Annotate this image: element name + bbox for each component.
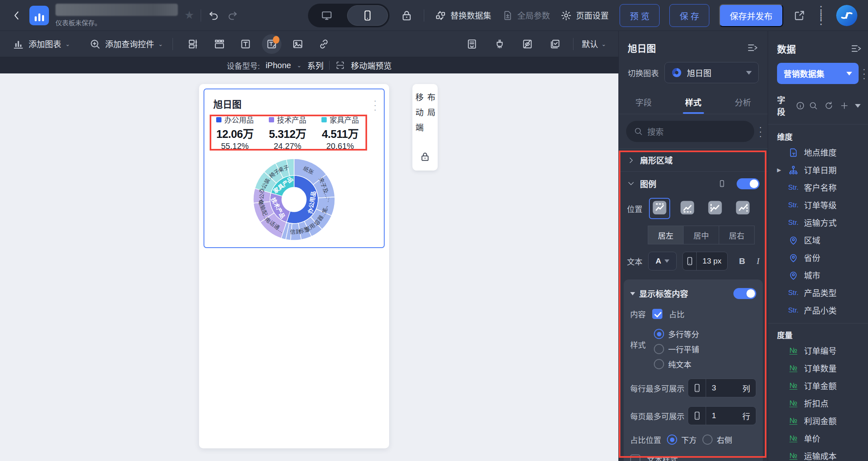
- measure-field-item[interactable]: №单价: [768, 430, 868, 447]
- card-style-button[interactable]: [462, 34, 482, 54]
- chevron-down-icon[interactable]: ⌄: [297, 62, 301, 69]
- measure-field-item[interactable]: №订单数量: [768, 359, 868, 377]
- percent-pos-below[interactable]: 下方: [667, 434, 697, 445]
- collapse-panel-icon[interactable]: [746, 42, 759, 54]
- tab-widget-button[interactable]: [210, 34, 229, 54]
- measure-field-item[interactable]: №运输成本: [768, 447, 868, 461]
- bold-button[interactable]: B: [739, 256, 745, 266]
- more-menu-icon[interactable]: ⋮⋮⋮: [816, 7, 826, 23]
- avatar[interactable]: [836, 5, 857, 26]
- dimension-field-item[interactable]: 省份: [768, 249, 868, 266]
- label-content-toggle[interactable]: [733, 288, 756, 299]
- desktop-mode-button[interactable]: [308, 9, 345, 22]
- collapse-panel-icon[interactable]: [850, 42, 862, 55]
- share-icon[interactable]: [793, 9, 806, 22]
- legend-item[interactable]: 技术产品5.312万24.27%: [269, 114, 306, 151]
- device-model-select[interactable]: iPhone: [266, 61, 291, 70]
- style-option-plaintext[interactable]: 纯文本: [654, 359, 707, 370]
- text-size-input[interactable]: 13 px: [682, 252, 728, 270]
- clear-canvas-button[interactable]: [490, 34, 509, 54]
- unlock-icon[interactable]: [419, 151, 431, 162]
- max-per-page-input[interactable]: 1 行: [688, 406, 756, 425]
- search-more-icon[interactable]: ···: [759, 125, 762, 138]
- search-icon[interactable]: [808, 101, 818, 111]
- chart-type-select[interactable]: 旭日图: [664, 62, 759, 83]
- add-query-control-button[interactable]: 添加查询控件⌄: [89, 38, 163, 50]
- sector-section-header[interactable]: 扇形区域: [619, 148, 768, 171]
- dimension-field-item[interactable]: Str.运输方式: [768, 214, 868, 231]
- style-option-oneline[interactable]: 一行平铺: [654, 344, 707, 355]
- back-icon[interactable]: [11, 9, 23, 22]
- legend-toggle[interactable]: [737, 178, 760, 189]
- measure-field-item[interactable]: №折扣点: [768, 395, 868, 412]
- legend-item[interactable]: 办公用品12.06万55.12%: [216, 114, 254, 151]
- device-series-button[interactable]: 系列: [307, 60, 323, 71]
- dataset-more-icon[interactable]: ···: [863, 67, 866, 80]
- mobile-mode-button[interactable]: [347, 5, 388, 26]
- lock-icon[interactable]: [400, 9, 413, 22]
- caret-down-icon[interactable]: [630, 292, 635, 295]
- text-style-checkbox[interactable]: [630, 454, 640, 461]
- dimension-field-item[interactable]: Str.订单等级: [768, 196, 868, 214]
- tab-style[interactable]: 样式: [669, 92, 718, 114]
- style-search-input[interactable]: 搜索: [626, 121, 754, 142]
- device-mode-toggle[interactable]: [308, 4, 390, 27]
- dimension-field-item[interactable]: 地点维度: [768, 144, 868, 161]
- caret-down-icon[interactable]: [855, 104, 861, 108]
- favorite-star-icon[interactable]: ★: [184, 10, 194, 21]
- measure-field-item[interactable]: №订单编号: [768, 342, 868, 359]
- preview-button[interactable]: 预 览: [620, 4, 660, 27]
- refresh-icon[interactable]: [824, 101, 834, 111]
- tab-fields[interactable]: 字段: [619, 92, 669, 114]
- link-widget-button[interactable]: [314, 34, 334, 54]
- legend-position-bottom-button[interactable]: [677, 198, 698, 219]
- legend-position-top-button[interactable]: [649, 198, 670, 219]
- align-left-button[interactable]: 居左: [648, 226, 684, 244]
- legend-section-header[interactable]: 图例: [619, 172, 768, 195]
- measure-field-item[interactable]: №订单金额: [768, 377, 868, 395]
- measure-field-item[interactable]: №利润金额: [768, 412, 868, 430]
- global-params-button[interactable]: 全局参数: [502, 9, 550, 21]
- save-publish-button[interactable]: 保存并发布: [719, 4, 783, 27]
- legend-position-right-button[interactable]: [732, 198, 753, 219]
- percent-checkbox[interactable]: [652, 309, 662, 319]
- replace-dataset-button[interactable]: 替换数据集: [435, 9, 491, 21]
- tab-analysis[interactable]: 分析: [718, 92, 768, 114]
- info-icon[interactable]: [795, 101, 805, 111]
- dimension-field-item[interactable]: 区域: [768, 231, 868, 249]
- sunburst-chart-card[interactable]: 旭日图 ··· 办公用品12.06万55.12%技术产品5.312万24.27%…: [204, 89, 385, 248]
- sunburst-chart[interactable]: 纸张夹子及…笔、…容器…家用…标签信封办公用品电话通…电脑配…办公…技术产品办公…: [206, 151, 382, 248]
- style-option-multirow[interactable]: 多行等分: [654, 328, 707, 339]
- dimension-field-item[interactable]: Str.产品类型: [768, 284, 868, 301]
- max-per-row-input[interactable]: 3 列: [688, 379, 756, 397]
- redo-icon[interactable]: [226, 9, 239, 22]
- align-center-button[interactable]: 居中: [683, 226, 719, 244]
- text-widget-button[interactable]: [236, 34, 255, 54]
- legend-position-left-button[interactable]: [704, 198, 726, 219]
- dimension-field-item[interactable]: Str.产品小类: [768, 301, 868, 319]
- legend-item[interactable]: 家具产品4.511万20.61%: [321, 114, 359, 151]
- batch-select-button[interactable]: [545, 34, 565, 54]
- hide-page-button[interactable]: [518, 34, 537, 54]
- add-chart-button[interactable]: 添加图表⌄: [12, 38, 70, 50]
- plus-icon[interactable]: [839, 101, 849, 111]
- dimension-field-item[interactable]: Str.客户名称: [768, 179, 868, 196]
- page-settings-button[interactable]: 页面设置: [560, 9, 609, 21]
- card-more-icon[interactable]: ···: [374, 97, 376, 112]
- undo-icon[interactable]: [208, 9, 220, 22]
- italic-button[interactable]: I: [757, 256, 760, 266]
- image-widget-button[interactable]: [288, 34, 308, 54]
- mobile-preview-button[interactable]: 移动端预览: [351, 60, 392, 71]
- rich-text-widget-button[interactable]: [262, 34, 281, 54]
- dataset-select[interactable]: 营销数据集: [777, 63, 859, 84]
- control-widget-button[interactable]: [184, 34, 203, 54]
- dimension-field-item[interactable]: ▶订单日期: [768, 161, 868, 179]
- expand-caret-icon[interactable]: ▶: [777, 167, 783, 173]
- align-right-button[interactable]: 居右: [719, 226, 755, 244]
- mobile-layout-tab[interactable]: 移动端布局: [412, 84, 438, 171]
- theme-select[interactable]: 默认⌄: [582, 38, 606, 50]
- dimension-field-item[interactable]: 城市: [768, 266, 868, 284]
- percent-pos-right[interactable]: 右侧: [702, 434, 732, 445]
- text-color-select[interactable]: A: [648, 252, 677, 270]
- save-button[interactable]: 保 存: [669, 4, 709, 27]
